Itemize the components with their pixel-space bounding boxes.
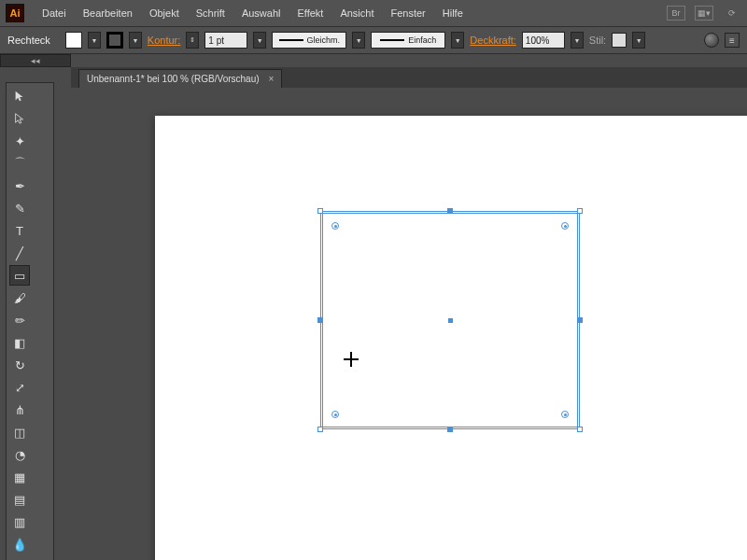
pencil-tool[interactable]: ✏ xyxy=(9,310,30,330)
menu-effect[interactable]: Effekt xyxy=(289,7,331,19)
align-icon[interactable]: ≡ xyxy=(725,33,740,48)
type-tool[interactable]: T xyxy=(9,220,30,241)
magic-wand-tool[interactable]: ✦ xyxy=(9,131,30,151)
menu-file[interactable]: Datei xyxy=(34,7,75,19)
line-tool[interactable]: ╱ xyxy=(9,243,30,263)
eraser-tool[interactable]: ◧ xyxy=(9,332,30,353)
active-tool-label: Rechteck xyxy=(7,35,50,46)
resize-handle[interactable] xyxy=(317,208,323,214)
menu-type[interactable]: Schrift xyxy=(188,7,233,19)
mesh-tool[interactable]: ▤ xyxy=(9,489,30,510)
live-corner-widget[interactable] xyxy=(561,222,569,230)
scale-tool[interactable]: ⤢ xyxy=(9,377,30,398)
menu-window[interactable]: Fenster xyxy=(382,7,433,19)
center-point xyxy=(448,318,453,323)
live-corner-widget[interactable] xyxy=(561,411,569,418)
resize-handle[interactable] xyxy=(317,317,323,323)
arrange-documents-icon[interactable]: ▦▾ xyxy=(695,6,713,21)
canvas-area[interactable] xyxy=(71,88,747,560)
resize-handle[interactable] xyxy=(317,427,323,432)
live-corner-widget[interactable] xyxy=(331,411,339,418)
stroke-weight-stepper[interactable]: ⇕ xyxy=(186,32,199,49)
stroke-dropdown[interactable]: ▼ xyxy=(129,32,142,49)
lasso-tool[interactable]: ⌒ xyxy=(9,153,30,174)
resize-handle[interactable] xyxy=(447,427,453,432)
blend-tool[interactable]: ◐ xyxy=(9,556,30,560)
menu-bar: Ai Datei Bearbeiten Objekt Schrift Auswa… xyxy=(0,0,747,26)
stroke-weight-field[interactable]: 1 pt xyxy=(204,32,247,49)
sync-icon[interactable]: ⟳ xyxy=(723,6,741,21)
menu-object[interactable]: Objekt xyxy=(141,7,188,19)
resize-handle[interactable] xyxy=(577,317,583,323)
menu-view[interactable]: Ansicht xyxy=(331,7,382,19)
paintbrush-tool[interactable]: 🖌 xyxy=(9,287,30,308)
direct-selection-tool[interactable] xyxy=(9,108,30,129)
document-tab-strip: Unbenannt-1* bei 100 % (RGB/Vorschau) × xyxy=(71,67,747,88)
resize-handle[interactable] xyxy=(577,427,583,432)
panel-collapse-tab[interactable]: ◂◂ xyxy=(0,54,71,67)
live-corner-widget[interactable] xyxy=(331,222,339,230)
stroke-profile-dropdown[interactable]: ▼ xyxy=(352,32,365,49)
eyedropper-tool[interactable]: 💧 xyxy=(9,534,30,554)
stroke-weight-dropdown[interactable]: ▼ xyxy=(253,32,266,49)
resize-handle[interactable] xyxy=(577,208,583,214)
opacity-field[interactable]: 100% xyxy=(522,32,565,49)
pen-tool[interactable]: ✒ xyxy=(9,175,30,196)
fill-swatch[interactable] xyxy=(65,32,82,49)
recolor-icon[interactable] xyxy=(704,33,719,48)
close-tab-icon[interactable]: × xyxy=(269,74,275,84)
bridge-icon[interactable]: Br xyxy=(667,6,685,21)
perspective-tool[interactable]: ▦ xyxy=(9,467,30,487)
stroke-swatch[interactable] xyxy=(106,32,123,49)
brush-definition[interactable]: Einfach xyxy=(371,32,445,49)
stroke-profile[interactable]: Gleichm. xyxy=(272,32,346,49)
graphic-style-dropdown[interactable]: ▼ xyxy=(632,32,645,49)
opacity-dropdown[interactable]: ▼ xyxy=(571,32,584,49)
stroke-label[interactable]: Kontur: xyxy=(148,35,180,46)
free-transform-tool[interactable]: ◫ xyxy=(9,422,30,442)
resize-handle[interactable] xyxy=(447,208,453,214)
menu-help[interactable]: Hilfe xyxy=(434,7,472,19)
document-tab[interactable]: Unbenannt-1* bei 100 % (RGB/Vorschau) × xyxy=(78,69,282,88)
control-bar: Rechteck ▼ ▼ Kontur: ⇕ 1 pt ▼ Gleichm. ▼… xyxy=(0,26,747,54)
fill-dropdown[interactable]: ▼ xyxy=(88,32,101,49)
selection-tool[interactable] xyxy=(9,86,30,106)
rotate-tool[interactable]: ↻ xyxy=(9,355,30,375)
crosshair-cursor-icon xyxy=(344,352,359,367)
tools-panel: ✦ ⌒ ✒ ✎ T ╱ ▭ 🖌 ✏ ◧ ↻ ⤢ ⋔ ◫ ◔ ▦ ▤ ▥ 💧 ◐ … xyxy=(6,82,54,560)
document-tab-title: Unbenannt-1* bei 100 % (RGB/Vorschau) xyxy=(87,74,260,84)
shape-builder-tool[interactable]: ◔ xyxy=(9,444,30,465)
curvature-tool[interactable]: ✎ xyxy=(9,198,30,218)
workspace: ◂◂ ✦ ⌒ ✒ ✎ T ╱ ▭ 🖌 ✏ ◧ ↻ ⤢ ⋔ ◫ ◔ ▦ ▤ ▥ 💧… xyxy=(0,54,747,560)
style-label: Stil: xyxy=(589,35,606,46)
width-tool[interactable]: ⋔ xyxy=(9,399,30,420)
graphic-style-swatch[interactable] xyxy=(612,33,627,48)
rectangle-tool[interactable]: ▭ xyxy=(9,265,30,286)
menu-select[interactable]: Auswahl xyxy=(233,7,289,19)
gradient-tool[interactable]: ▥ xyxy=(9,511,30,532)
opacity-label[interactable]: Deckkraft: xyxy=(470,35,516,46)
brush-dropdown[interactable]: ▼ xyxy=(451,32,464,49)
menu-edit[interactable]: Bearbeiten xyxy=(75,7,141,19)
app-icon: Ai xyxy=(6,4,24,22)
